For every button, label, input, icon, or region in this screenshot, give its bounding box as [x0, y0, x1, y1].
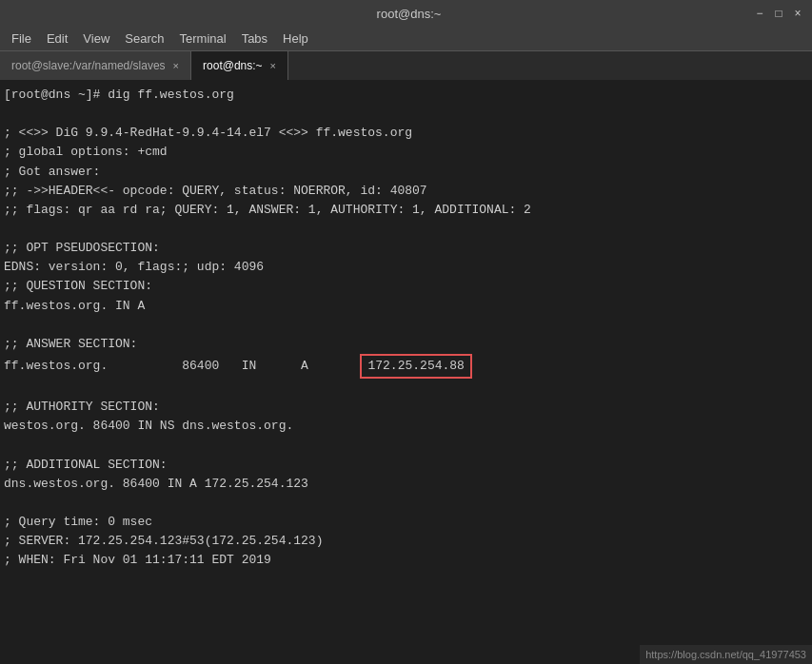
terminal-blank-1 — [4, 105, 808, 124]
answer-ip-highlight: 172.25.254.88 — [360, 354, 471, 379]
maximize-button[interactable]: □ — [772, 7, 785, 20]
tab-dns[interactable]: root@dns:~ × — [191, 51, 288, 80]
terminal-line-question: ff.westos.org. IN A — [4, 297, 808, 316]
menu-bar: File Edit View Search Terminal Tabs Help — [0, 27, 812, 51]
status-bar: https://blog.csdn.net/qq_41977453 — [640, 645, 812, 665]
terminal-line-querytime: ; Query time: 0 msec — [4, 513, 808, 532]
title-bar: root@dns:~ − □ × — [0, 0, 812, 27]
terminal-line-when: ; WHEN: Fri Nov 01 11:17:11 EDT 2019 — [4, 551, 808, 570]
terminal-blank-2 — [4, 220, 808, 239]
menu-view[interactable]: View — [75, 29, 117, 48]
terminal-blank-3 — [4, 316, 808, 335]
menu-search[interactable]: Search — [117, 29, 171, 48]
terminal-line-authority: westos.org. 86400 IN NS dns.westos.org. — [4, 417, 808, 436]
menu-terminal[interactable]: Terminal — [172, 29, 234, 48]
terminal-line-global: ; global options: +cmd — [4, 143, 808, 162]
terminal-line-server: ; SERVER: 172.25.254.123#53(172.25.254.1… — [4, 532, 808, 551]
window-title: root@dns:~ — [65, 7, 753, 21]
tabs-bar: root@slave:/var/named/slaves × root@dns:… — [0, 51, 812, 80]
menu-tabs[interactable]: Tabs — [234, 29, 275, 48]
terminal-area[interactable]: [root@dns ~]# dig ff.westos.org ; <<>> D… — [0, 80, 812, 664]
terminal-line-answer-hdr: ;; ANSWER SECTION: — [4, 335, 808, 354]
terminal-line-opt: ;; OPT PSEUDOSECTION: — [4, 239, 808, 258]
window-controls: − □ × — [753, 7, 804, 20]
tab-slave[interactable]: root@slave:/var/named/slaves × — [0, 51, 191, 80]
tab-dns-close[interactable]: × — [270, 60, 276, 71]
terminal-line-dig: ; <<>> DiG 9.9.4-RedHat-9.9.4-14.el7 <<>… — [4, 124, 808, 143]
terminal-line-header: ;; ->>HEADER<<- opcode: QUERY, status: N… — [4, 182, 808, 201]
terminal-prompt: [root@dns ~]# dig ff.westos.org — [4, 86, 808, 105]
menu-help[interactable]: Help — [275, 29, 316, 48]
tab-slave-label: root@slave:/var/named/slaves — [11, 59, 166, 72]
terminal-line-answer: ff.westos.org. 86400 IN A 172.25.254.88 — [4, 354, 808, 379]
terminal-blank-4 — [4, 379, 808, 398]
terminal-blank-5 — [4, 437, 808, 456]
minimize-button[interactable]: − — [753, 7, 766, 20]
terminal-line-authority-hdr: ;; AUTHORITY SECTION: — [4, 398, 808, 417]
terminal-line-additional-hdr: ;; ADDITIONAL SECTION: — [4, 456, 808, 475]
tab-dns-label: root@dns:~ — [203, 59, 263, 72]
menu-edit[interactable]: Edit — [39, 29, 75, 48]
terminal-line-additional: dns.westos.org. 86400 IN A 172.25.254.12… — [4, 475, 808, 494]
menu-file[interactable]: File — [4, 29, 39, 48]
terminal-line-got: ; Got answer: — [4, 163, 808, 182]
terminal-line-flags: ;; flags: qr aa rd ra; QUERY: 1, ANSWER:… — [4, 201, 808, 220]
terminal-blank-6 — [4, 494, 808, 513]
tab-slave-close[interactable]: × — [173, 60, 179, 71]
close-button[interactable]: × — [791, 7, 804, 20]
terminal-line-question-hdr: ;; QUESTION SECTION: — [4, 277, 808, 296]
terminal-line-edns: EDNS: version: 0, flags:; udp: 4096 — [4, 258, 808, 277]
